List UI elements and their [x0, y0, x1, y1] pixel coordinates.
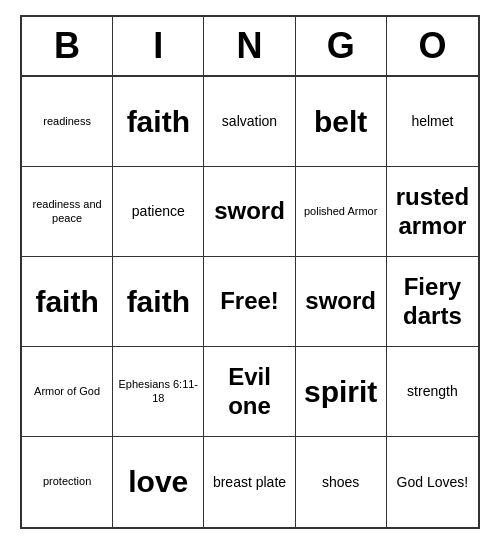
header-letter-g: G	[296, 17, 387, 75]
bingo-cell-7: sword	[204, 167, 295, 257]
bingo-cell-1: faith	[113, 77, 204, 167]
bingo-cell-14: Fiery darts	[387, 257, 478, 347]
bingo-cell-0: readiness	[22, 77, 113, 167]
bingo-cell-13: sword	[296, 257, 387, 347]
bingo-cell-15: Armor of God	[22, 347, 113, 437]
header-letter-i: I	[113, 17, 204, 75]
bingo-cell-8: polished Armor	[296, 167, 387, 257]
bingo-cell-24: God Loves!	[387, 437, 478, 527]
bingo-cell-22: breast plate	[204, 437, 295, 527]
bingo-grid: readinessfaithsalvationbelthelmetreadine…	[22, 77, 478, 527]
bingo-cell-5: readiness and peace	[22, 167, 113, 257]
bingo-cell-16: Ephesians 6:11-18	[113, 347, 204, 437]
bingo-cell-3: belt	[296, 77, 387, 167]
bingo-card: BINGO readinessfaithsalvationbelthelmetr…	[20, 15, 480, 529]
bingo-cell-10: faith	[22, 257, 113, 347]
bingo-cell-12: Free!	[204, 257, 295, 347]
bingo-cell-11: faith	[113, 257, 204, 347]
bingo-header: BINGO	[22, 17, 478, 77]
bingo-cell-18: spirit	[296, 347, 387, 437]
bingo-cell-4: helmet	[387, 77, 478, 167]
header-letter-n: N	[204, 17, 295, 75]
bingo-cell-23: shoes	[296, 437, 387, 527]
bingo-cell-17: Evil one	[204, 347, 295, 437]
header-letter-b: B	[22, 17, 113, 75]
bingo-cell-2: salvation	[204, 77, 295, 167]
bingo-cell-19: strength	[387, 347, 478, 437]
bingo-cell-6: patience	[113, 167, 204, 257]
header-letter-o: O	[387, 17, 478, 75]
bingo-cell-21: love	[113, 437, 204, 527]
bingo-cell-20: protection	[22, 437, 113, 527]
bingo-cell-9: rusted armor	[387, 167, 478, 257]
